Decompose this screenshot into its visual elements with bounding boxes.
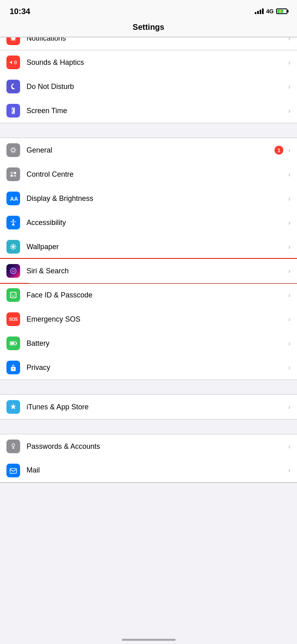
- list-item[interactable]: Notifications ›: [0, 37, 297, 50]
- svg-point-15: [13, 249, 14, 250]
- notifications-icon: [6, 37, 20, 45]
- svg-rect-3: [12, 113, 14, 113]
- status-bar: 10:34 4G ⚡: [0, 0, 297, 20]
- svg-point-24: [12, 294, 12, 295]
- svg-point-22: [10, 268, 16, 274]
- svg-rect-10: [14, 175, 16, 177]
- list-item-label: Accessibility: [27, 219, 287, 227]
- list-item[interactable]: Control Centre ›: [0, 162, 297, 186]
- list-item[interactable]: Do Not Disturb ›: [0, 74, 297, 99]
- svg-rect-9: [10, 175, 13, 177]
- chevron-right-icon: ›: [288, 37, 291, 43]
- list-item-label: Privacy: [27, 363, 287, 372]
- badge-count: 1: [274, 146, 283, 155]
- list-item-label: Do Not Disturb: [27, 83, 287, 91]
- passwords-accounts-icon: [6, 440, 20, 453]
- emergency-sos-icon: SOS: [6, 312, 20, 326]
- privacy-icon: [6, 361, 20, 374]
- status-time: 10:34: [10, 7, 30, 16]
- list-item[interactable]: Mail ›: [0, 458, 297, 483]
- control-centre-icon: [6, 167, 20, 181]
- svg-point-28: [13, 368, 14, 369]
- chevron-right-icon: ›: [288, 442, 291, 451]
- svg-point-16: [10, 246, 12, 248]
- siri-search-row[interactable]: Siri & Search ›: [0, 259, 297, 283]
- chevron-right-icon: ›: [288, 403, 291, 411]
- display-brightness-icon: AA: [6, 192, 20, 205]
- chevron-right-icon: ›: [288, 339, 291, 348]
- general-icon: [6, 143, 20, 157]
- list-item[interactable]: General 1 ›: [0, 138, 297, 162]
- list-item-label: iTunes & App Store: [27, 403, 287, 411]
- face-id-icon: [6, 288, 20, 302]
- list-item-label: General: [27, 146, 274, 155]
- list-item-label: Siri & Search: [27, 267, 287, 275]
- sounds-haptics-icon: [6, 56, 20, 69]
- chevron-right-icon: ›: [288, 291, 291, 299]
- list-item-label: Mail: [27, 466, 287, 475]
- list-item-label: Display & Brightness: [27, 194, 287, 203]
- list-item-label: Sounds & Haptics: [27, 58, 287, 67]
- list-item-label: Screen Time: [27, 107, 287, 115]
- list-item[interactable]: Passwords & Accounts ›: [0, 434, 297, 458]
- bottom-area: [0, 483, 297, 515]
- chevron-right-icon: ›: [288, 107, 291, 115]
- svg-text:AA: AA: [10, 196, 18, 202]
- chevron-right-icon: ›: [288, 363, 291, 372]
- list-item[interactable]: AA Display & Brightness ›: [0, 186, 297, 211]
- svg-point-18: [11, 245, 12, 246]
- list-item[interactable]: Screen Time ›: [0, 99, 297, 123]
- chevron-right-icon: ›: [288, 466, 291, 475]
- section-separator: [0, 123, 297, 138]
- list-item[interactable]: Accessibility ›: [0, 211, 297, 235]
- section-separator-3: [0, 419, 297, 434]
- list-item[interactable]: Battery ›: [0, 331, 297, 355]
- svg-rect-5: [12, 109, 13, 112]
- signal-bars-icon: [255, 8, 264, 14]
- chevron-right-icon: ›: [288, 170, 291, 179]
- chevron-right-icon: ›: [288, 243, 291, 251]
- list-item-label: Control Centre: [27, 170, 287, 179]
- svg-rect-8: [14, 172, 16, 174]
- list-item-label: Wallpaper: [27, 243, 287, 251]
- list-item-label: Battery: [27, 339, 287, 348]
- list-item[interactable]: Privacy ›: [0, 355, 297, 380]
- svg-point-21: [14, 248, 16, 249]
- section-separator-2: [0, 380, 297, 394]
- svg-point-20: [11, 248, 12, 249]
- network-type: 4G: [266, 8, 274, 14]
- chevron-right-icon: ›: [288, 146, 291, 155]
- svg-point-13: [12, 246, 14, 248]
- screen-time-icon: [6, 104, 20, 118]
- accessibility-icon: [6, 216, 20, 229]
- svg-point-29: [12, 444, 15, 447]
- itunes-appstore-icon: [6, 400, 20, 414]
- svg-point-12: [12, 219, 14, 221]
- svg-point-17: [15, 246, 16, 248]
- battery-icon: ⚡: [276, 8, 287, 14]
- list-item[interactable]: Sounds & Haptics ›: [0, 50, 297, 74]
- svg-point-25: [14, 294, 15, 295]
- list-item[interactable]: iTunes & App Store ›: [0, 395, 297, 419]
- list-item[interactable]: Wallpaper ›: [0, 235, 297, 259]
- siri-icon: [6, 264, 20, 278]
- svg-point-14: [13, 244, 14, 245]
- svg-rect-23: [10, 292, 16, 298]
- section-top-partial: Notifications ›: [0, 37, 297, 50]
- list-item-label: Passwords & Accounts: [27, 442, 287, 451]
- chevron-right-icon: ›: [288, 194, 291, 203]
- svg-point-19: [14, 245, 16, 246]
- chevron-right-icon: ›: [288, 58, 291, 67]
- chevron-right-icon: ›: [288, 315, 291, 324]
- list-item-label: Emergency SOS: [27, 315, 287, 324]
- status-icons: 4G ⚡: [255, 8, 287, 14]
- section-sounds: Sounds & Haptics › Do Not Disturb › Scre…: [0, 50, 297, 123]
- list-item[interactable]: SOS Emergency SOS ›: [0, 307, 297, 331]
- chevron-right-icon: ›: [288, 83, 291, 91]
- list-item-label: Notifications: [27, 37, 287, 43]
- list-item[interactable]: Face ID & Passcode ›: [0, 283, 297, 307]
- do-not-disturb-icon: [6, 80, 20, 93]
- list-item-label: Face ID & Passcode: [27, 291, 287, 299]
- svg-rect-30: [10, 469, 16, 473]
- home-indicator: [122, 639, 176, 641]
